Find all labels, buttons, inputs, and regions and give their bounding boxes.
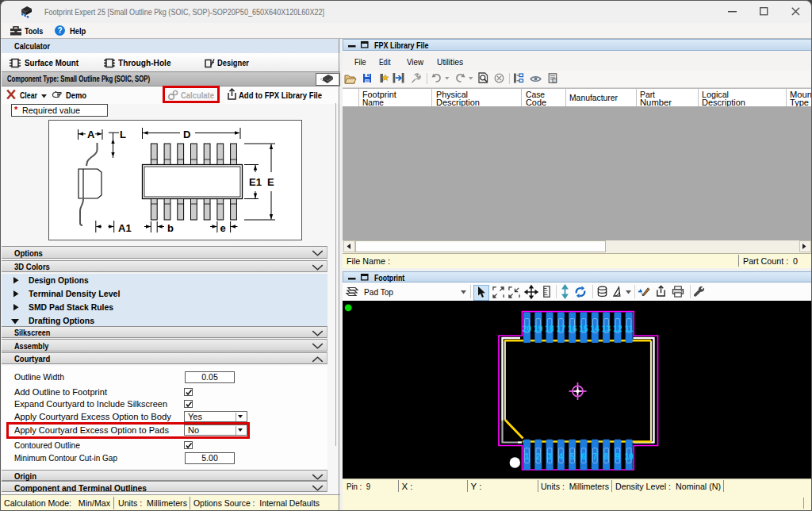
- svg-text:3: 3: [547, 452, 552, 461]
- svg-text:16: 16: [568, 325, 577, 333]
- svg-text:18: 18: [546, 325, 555, 333]
- svg-text:e: e: [220, 222, 226, 234]
- svg-text:8: 8: [604, 452, 609, 461]
- svg-text:14: 14: [591, 325, 600, 333]
- svg-text:13: 13: [602, 325, 611, 333]
- svg-text:1: 1: [525, 452, 530, 461]
- svg-text:20: 20: [523, 325, 532, 333]
- svg-text:7: 7: [593, 452, 598, 461]
- svg-text:10: 10: [625, 452, 634, 461]
- svg-text:2: 2: [536, 452, 541, 461]
- svg-text:6: 6: [581, 452, 586, 461]
- svg-text:15: 15: [579, 325, 588, 333]
- svg-text:4: 4: [559, 452, 564, 461]
- svg-text:?: ?: [58, 26, 63, 35]
- svg-text:19: 19: [534, 325, 543, 333]
- svg-text:5: 5: [570, 452, 575, 461]
- svg-text:11: 11: [625, 325, 634, 333]
- svg-text:12: 12: [613, 325, 622, 333]
- svg-text:9: 9: [615, 452, 620, 461]
- svg-text:17: 17: [557, 325, 566, 333]
- svg-text:E1: E1: [249, 176, 262, 188]
- svg-text:b: b: [167, 222, 174, 234]
- svg-text:E: E: [267, 176, 274, 188]
